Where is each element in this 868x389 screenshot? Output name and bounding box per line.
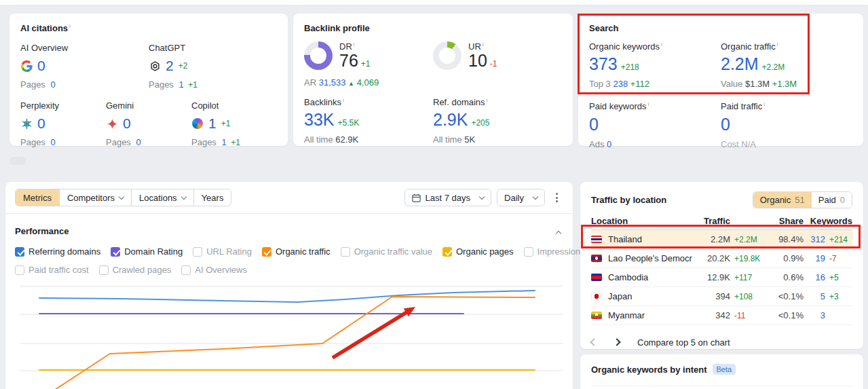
- backlink-profile-card: Backlink profile DRi 76+1 URi 10-1 AR 31…: [293, 14, 573, 146]
- location-row-th[interactable]: Thailand 2.2M +2.2M 98.4% 312 +214: [591, 230, 852, 249]
- ur-value: 10: [468, 51, 487, 70]
- traffic-value: 342: [692, 310, 730, 320]
- backlinks-delta: +5.5K: [337, 118, 359, 128]
- metric-checkbox-organic-traffic[interactable]: Organic traffic: [262, 246, 331, 257]
- metrics-button[interactable]: Metrics: [16, 189, 59, 206]
- next-page-icon[interactable]: [613, 338, 620, 346]
- checkbox[interactable]: [262, 247, 271, 257]
- collapse-section-button[interactable]: [549, 223, 563, 238]
- metric-label: Organic traffic value: [354, 246, 432, 257]
- info-icon[interactable]: i: [763, 101, 765, 107]
- info-icon[interactable]: i: [487, 97, 488, 103]
- previous-page-icon[interactable]: [590, 338, 597, 346]
- traffic-value: 394: [692, 291, 730, 301]
- dr-value: 76: [339, 51, 358, 70]
- location-row-la[interactable]: Lao People's Democratic Reput 20.2K +19.…: [591, 249, 852, 268]
- competitors-button[interactable]: Competitors: [59, 189, 131, 206]
- backlinks-value[interactable]: 33K+5.5K: [304, 110, 433, 130]
- tab-general[interactable]: [10, 157, 26, 165]
- col-share: Share: [764, 216, 804, 226]
- ref-domains-delta: +205: [471, 118, 489, 128]
- ai-citations-row2: Perplexity 0 Pages 0 Gemini 0 Pages 0: [20, 100, 277, 147]
- ai-platform-icon: [191, 117, 204, 130]
- more-options-icon[interactable]: [550, 190, 563, 205]
- tab-paid-search[interactable]: [75, 157, 91, 165]
- performance-title: Performance: [15, 226, 69, 236]
- keywords-value[interactable]: 19: [804, 253, 825, 263]
- traffic-value: 12.9K: [692, 272, 730, 282]
- ai-platform-label: AI Overview: [20, 43, 149, 53]
- checkbox[interactable]: [524, 247, 533, 257]
- pages-count[interactable]: 1: [222, 137, 227, 147]
- organic-keywords-value[interactable]: 373+218: [589, 54, 721, 74]
- keywords-value[interactable]: 5: [804, 291, 825, 301]
- metric-label: Impressions: [537, 246, 585, 257]
- ref-domains-value[interactable]: 2.9K+205: [433, 110, 562, 130]
- info-icon[interactable]: i: [483, 41, 484, 48]
- metric-checkbox-organic-pages[interactable]: Organic pages: [442, 246, 514, 257]
- pages-label: Pages: [191, 137, 216, 147]
- tab-organic-search[interactable]: [53, 157, 69, 165]
- info-icon[interactable]: i: [69, 23, 71, 29]
- granularity-button[interactable]: Daily: [497, 189, 545, 206]
- ar-delta: ▲ 4,069: [348, 77, 379, 88]
- pages-count[interactable]: 1: [179, 79, 184, 90]
- locations-button[interactable]: Locations: [131, 189, 193, 206]
- location-row-jp[interactable]: Japan 394 +108 <0.1% 5 +3: [591, 287, 852, 306]
- backlinks-block: Backlinksi 33K+5.5K All time 62.9K: [304, 97, 433, 145]
- ref-domains-block: Ref. domainsi 2.9K+205 All time 5K: [433, 97, 562, 145]
- organic-keywords-delta: +218: [621, 62, 639, 72]
- paid-traffic-value[interactable]: 0: [721, 115, 852, 134]
- col-location: Location: [591, 216, 692, 226]
- metric-checkbox-domain-rating[interactable]: Domain Rating: [111, 246, 183, 257]
- beta-badge: Beta: [713, 364, 736, 375]
- location-row-kh[interactable]: Cambodia 12.9K +117 0.6% 16 +5: [591, 268, 852, 287]
- paid-keywords-value[interactable]: 0: [589, 115, 721, 134]
- paid-toggle-button[interactable]: Paid0: [812, 192, 852, 208]
- ar-value[interactable]: 31,533: [319, 77, 346, 88]
- keywords-value[interactable]: 312: [804, 234, 825, 244]
- metric-checkbox-organic-traffic-value[interactable]: Organic traffic value: [341, 246, 432, 257]
- pages-count[interactable]: 0: [51, 79, 56, 90]
- perplexity-icon: [21, 118, 33, 130]
- checkbox[interactable]: [341, 247, 350, 257]
- metric-checkbox-impressions[interactable]: Impressions: [524, 246, 585, 257]
- metric-checkbox-url-rating[interactable]: URL Rating: [193, 246, 252, 257]
- traffic-value: 20.2K: [692, 253, 730, 263]
- checkbox[interactable]: [15, 247, 24, 257]
- ai-platform-label: Perplexity: [20, 100, 106, 111]
- info-icon[interactable]: i: [777, 41, 778, 48]
- country-flag-icon: [591, 312, 602, 319]
- checkbox[interactable]: [111, 247, 120, 257]
- compare-top5-link[interactable]: Compare top 5 on chart: [637, 337, 730, 348]
- location-row-mm[interactable]: Myanmar 342 -11 <0.1% 3: [591, 306, 852, 325]
- search-title: Search: [589, 23, 852, 33]
- info-icon[interactable]: i: [648, 101, 649, 107]
- info-icon[interactable]: i: [343, 97, 344, 103]
- ai-citation-copilot: Copilot 1 +1 Pages 1 +1: [191, 100, 277, 147]
- organic-traffic-value[interactable]: 2.2M+2.2M: [721, 54, 852, 74]
- info-icon[interactable]: i: [661, 41, 662, 48]
- metric-checkbox-referring-domains[interactable]: Referring domains: [15, 246, 100, 257]
- info-icon[interactable]: i: [354, 41, 355, 48]
- checkbox[interactable]: [442, 247, 452, 257]
- performance-line-chart[interactable]: [5, 263, 573, 389]
- keywords-value[interactable]: 16: [804, 272, 825, 282]
- ai-citation-count: 0: [123, 115, 131, 132]
- ai-citation-delta: +2: [178, 61, 188, 71]
- share-value: <0.1%: [764, 310, 804, 320]
- tab-backlink-profile[interactable]: [31, 157, 48, 165]
- ahrefs-rank-line: AR 31,533 ▲ 4,069: [304, 77, 562, 88]
- keywords-delta: +214: [825, 235, 852, 244]
- date-range-button[interactable]: Last 7 days: [404, 189, 492, 206]
- years-button[interactable]: Years: [193, 189, 231, 206]
- pages-count[interactable]: 0: [51, 137, 56, 147]
- checkbox[interactable]: [193, 247, 202, 257]
- pages-count[interactable]: 0: [136, 137, 141, 147]
- organic-traffic-delta: +2.2M: [762, 62, 785, 72]
- top3-value[interactable]: 238: [613, 79, 628, 89]
- chevron-down-icon: [181, 194, 186, 200]
- keywords-value[interactable]: 3: [804, 310, 825, 320]
- organic-toggle-button[interactable]: Organic51: [753, 192, 812, 208]
- ai-citation-gemini: Gemini 0 Pages 0: [106, 100, 191, 147]
